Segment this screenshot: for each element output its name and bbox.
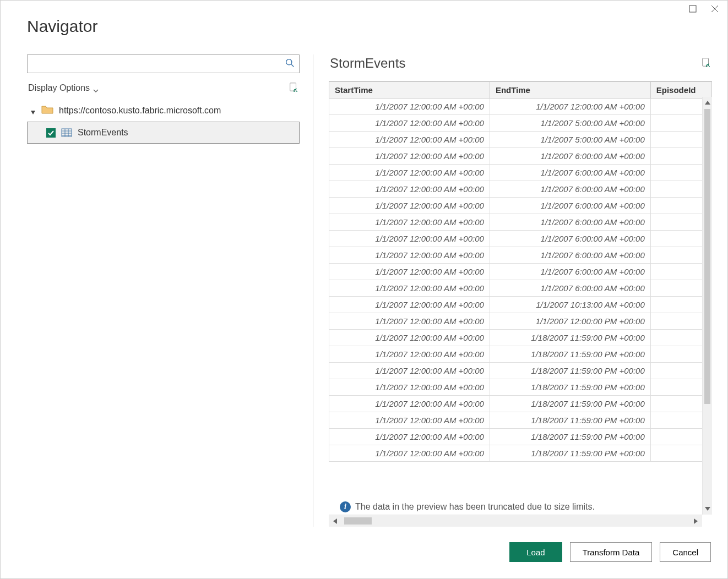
cell-endtime: 1/1/2007 6:00:00 AM +00:00 xyxy=(490,231,650,247)
tree-item-stormevents[interactable]: StormEvents xyxy=(27,122,300,144)
table-row[interactable]: 1/1/2007 12:00:00 AM +00:001/1/2007 10:1… xyxy=(329,297,712,313)
cell-endtime: 1/1/2007 12:00:00 PM +00:00 xyxy=(490,313,650,330)
load-button[interactable]: Load xyxy=(509,542,562,562)
table-row[interactable]: 1/1/2007 12:00:00 AM +00:001/1/2007 6:00… xyxy=(329,181,712,198)
cell-starttime: 1/1/2007 12:00:00 AM +00:00 xyxy=(329,445,490,462)
chevron-down-icon xyxy=(93,85,99,91)
scroll-up-icon[interactable] xyxy=(703,97,712,109)
table-row[interactable]: 1/1/2007 12:00:00 AM +00:001/1/2007 6:00… xyxy=(329,148,712,165)
svg-marker-14 xyxy=(705,101,710,105)
cell-endtime: 1/1/2007 6:00:00 AM +00:00 xyxy=(490,181,650,198)
cell-endtime: 1/18/2007 11:59:00 PM +00:00 xyxy=(490,330,650,346)
cell-endtime: 1/1/2007 6:00:00 AM +00:00 xyxy=(490,148,650,165)
search-icon xyxy=(285,58,295,70)
table-row[interactable]: 1/1/2007 12:00:00 AM +00:001/1/2007 6:00… xyxy=(329,264,712,280)
horizontal-scroll-thumb[interactable] xyxy=(344,517,372,525)
maximize-icon[interactable] xyxy=(688,4,698,14)
table-row[interactable]: 1/1/2007 12:00:00 AM +00:001/18/2007 11:… xyxy=(329,346,712,363)
scroll-down-icon[interactable] xyxy=(703,502,712,515)
cell-starttime: 1/1/2007 12:00:00 AM +00:00 xyxy=(329,396,490,412)
cell-starttime: 1/1/2007 12:00:00 AM +00:00 xyxy=(329,280,490,297)
svg-marker-17 xyxy=(694,518,698,524)
display-options-label: Display Options xyxy=(28,83,90,93)
cell-starttime: 1/1/2007 12:00:00 AM +00:00 xyxy=(329,429,490,445)
table-row[interactable]: 1/1/2007 12:00:00 AM +00:001/1/2007 6:00… xyxy=(329,198,712,214)
vertical-scroll-thumb[interactable] xyxy=(704,109,710,404)
table-row[interactable]: 1/1/2007 12:00:00 AM +00:001/18/2007 11:… xyxy=(329,363,712,379)
table-row[interactable]: 1/1/2007 12:00:00 AM +00:001/18/2007 11:… xyxy=(329,429,712,445)
close-icon[interactable] xyxy=(710,4,720,14)
svg-point-3 xyxy=(286,59,292,64)
cell-endtime: 1/1/2007 12:00:00 AM +00:00 xyxy=(490,99,650,115)
cell-endtime: 1/1/2007 6:00:00 AM +00:00 xyxy=(490,280,650,297)
tree-root[interactable]: https://contoso.kusto.fabric.microsoft.c… xyxy=(27,100,300,122)
preview-table: StartTime EndTime EpisodeId 1/1/2007 12:… xyxy=(329,81,712,462)
table-row[interactable]: 1/1/2007 12:00:00 AM +00:001/18/2007 11:… xyxy=(329,396,712,412)
cell-starttime: 1/1/2007 12:00:00 AM +00:00 xyxy=(329,297,490,313)
table-icon xyxy=(61,128,72,137)
svg-rect-0 xyxy=(689,6,696,12)
cell-starttime: 1/1/2007 12:00:00 AM +00:00 xyxy=(329,198,490,214)
cell-endtime: 1/18/2007 11:59:00 PM +00:00 xyxy=(490,412,650,429)
transform-data-button[interactable]: Transform Data xyxy=(570,542,653,562)
table-row[interactable]: 1/1/2007 12:00:00 AM +00:001/18/2007 11:… xyxy=(329,445,712,462)
page-title: Navigator xyxy=(1,1,727,36)
cell-starttime: 1/1/2007 12:00:00 AM +00:00 xyxy=(329,379,490,396)
search-input-wrap[interactable] xyxy=(27,54,300,73)
checkbox-checked-icon[interactable] xyxy=(46,128,56,138)
navigator-tree-pane: Display Options https://contoso.kusto.fa… xyxy=(27,54,313,527)
table-row[interactable]: 1/1/2007 12:00:00 AM +00:001/18/2007 11:… xyxy=(329,379,712,396)
scroll-left-icon[interactable] xyxy=(329,518,342,525)
table-row[interactable]: 1/1/2007 12:00:00 AM +00:001/1/2007 6:00… xyxy=(329,165,712,181)
cell-endtime: 1/1/2007 5:00:00 AM +00:00 xyxy=(490,115,650,132)
table-row[interactable]: 1/1/2007 12:00:00 AM +00:001/1/2007 5:00… xyxy=(329,132,712,148)
tree-item-label: StormEvents xyxy=(78,128,128,138)
cell-starttime: 1/1/2007 12:00:00 AM +00:00 xyxy=(329,115,490,132)
preview-title: StormEvents xyxy=(330,56,405,71)
cell-endtime: 1/1/2007 6:00:00 AM +00:00 xyxy=(490,198,650,214)
cell-endtime: 1/1/2007 6:00:00 AM +00:00 xyxy=(490,165,650,181)
col-starttime[interactable]: StartTime xyxy=(329,82,490,99)
cell-starttime: 1/1/2007 12:00:00 AM +00:00 xyxy=(329,214,490,231)
cell-starttime: 1/1/2007 12:00:00 AM +00:00 xyxy=(329,132,490,148)
cell-endtime: 1/18/2007 11:59:00 PM +00:00 xyxy=(490,396,650,412)
table-row[interactable]: 1/1/2007 12:00:00 AM +00:001/1/2007 6:00… xyxy=(329,214,712,231)
search-input[interactable] xyxy=(33,59,285,69)
cell-endtime: 1/18/2007 11:59:00 PM +00:00 xyxy=(490,346,650,363)
cell-starttime: 1/1/2007 12:00:00 AM +00:00 xyxy=(329,412,490,429)
cell-starttime: 1/1/2007 12:00:00 AM +00:00 xyxy=(329,264,490,280)
cell-endtime: 1/18/2007 11:59:00 PM +00:00 xyxy=(490,429,650,445)
svg-marker-15 xyxy=(705,507,710,511)
cell-starttime: 1/1/2007 12:00:00 AM +00:00 xyxy=(329,330,490,346)
table-row[interactable]: 1/1/2007 12:00:00 AM +00:001/18/2007 11:… xyxy=(329,330,712,346)
col-endtime[interactable]: EndTime xyxy=(490,82,650,99)
cell-starttime: 1/1/2007 12:00:00 AM +00:00 xyxy=(329,148,490,165)
cell-endtime: 1/1/2007 6:00:00 AM +00:00 xyxy=(490,264,650,280)
cell-starttime: 1/1/2007 12:00:00 AM +00:00 xyxy=(329,181,490,198)
table-row[interactable]: 1/1/2007 12:00:00 AM +00:001/1/2007 12:0… xyxy=(329,313,712,330)
table-row[interactable]: 1/1/2007 12:00:00 AM +00:001/1/2007 12:0… xyxy=(329,99,712,115)
cell-starttime: 1/1/2007 12:00:00 AM +00:00 xyxy=(329,346,490,363)
cell-endtime: 1/1/2007 5:00:00 AM +00:00 xyxy=(490,132,650,148)
refresh-preview-icon[interactable] xyxy=(701,57,711,69)
horizontal-scrollbar[interactable] xyxy=(329,515,702,527)
table-row[interactable]: 1/1/2007 12:00:00 AM +00:001/18/2007 11:… xyxy=(329,412,712,429)
col-episodeid[interactable]: EpisodeId xyxy=(650,82,711,99)
display-options-dropdown[interactable]: Display Options xyxy=(28,83,99,93)
scroll-right-icon[interactable] xyxy=(689,518,702,525)
svg-marker-16 xyxy=(333,518,337,524)
cell-starttime: 1/1/2007 12:00:00 AM +00:00 xyxy=(329,313,490,330)
truncation-text: The data in the preview has been truncat… xyxy=(355,502,595,512)
refresh-icon[interactable] xyxy=(289,82,298,94)
table-row[interactable]: 1/1/2007 12:00:00 AM +00:001/1/2007 6:00… xyxy=(329,231,712,247)
cell-starttime: 1/1/2007 12:00:00 AM +00:00 xyxy=(329,231,490,247)
table-row[interactable]: 1/1/2007 12:00:00 AM +00:001/1/2007 5:00… xyxy=(329,115,712,132)
table-row[interactable]: 1/1/2007 12:00:00 AM +00:001/1/2007 6:00… xyxy=(329,247,712,264)
table-row[interactable]: 1/1/2007 12:00:00 AM +00:001/1/2007 6:00… xyxy=(329,280,712,297)
collapse-icon[interactable] xyxy=(30,108,36,113)
cancel-button[interactable]: Cancel xyxy=(660,542,711,562)
vertical-scrollbar[interactable] xyxy=(702,97,712,515)
cell-starttime: 1/1/2007 12:00:00 AM +00:00 xyxy=(329,363,490,379)
cell-starttime: 1/1/2007 12:00:00 AM +00:00 xyxy=(329,165,490,181)
cell-endtime: 1/18/2007 11:59:00 PM +00:00 xyxy=(490,445,650,462)
